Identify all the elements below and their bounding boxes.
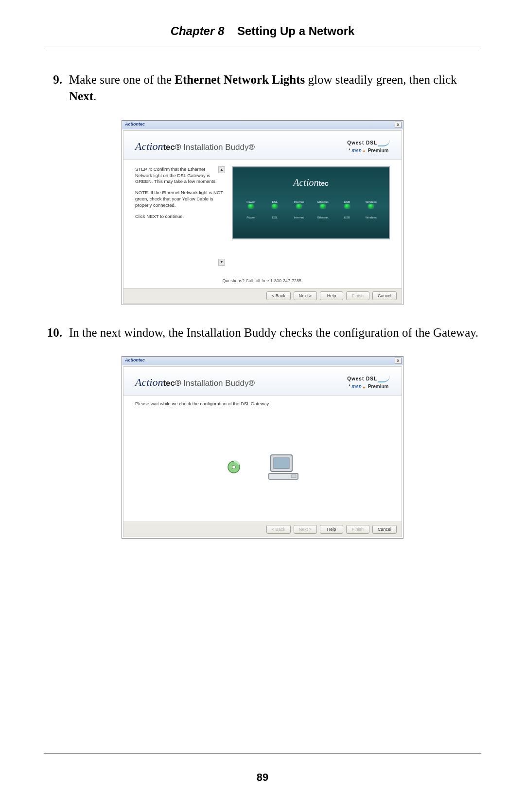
step-9-number: 9.	[44, 72, 69, 105]
actiontec-logo: Actiontec® Installation Buddy®	[135, 376, 255, 389]
step-9: 9. Make sure one of the Ethernet Network…	[44, 72, 481, 105]
gateway-device-image: Actiontec Power DSL Internet Ethernet US…	[232, 166, 390, 239]
cancel-button[interactable]: Cancel	[372, 525, 397, 534]
step-10-text: In the next window, the Installation Bud…	[69, 325, 481, 341]
svg-rect-5	[291, 475, 296, 478]
dialog-wait-text: Please wait while we check the configura…	[135, 401, 390, 412]
step-10: 10. In the next window, the Installation…	[44, 325, 481, 341]
dialog-header: Actiontec® Installation Buddy® Qwest DSL…	[123, 367, 402, 396]
installer-dialog-step4: Actiontec × Actiontec® Installation Budd…	[122, 120, 403, 305]
finish-button: Finish	[346, 291, 369, 300]
qwest-msn-logo: Qwest DSL * msn Premium	[347, 140, 390, 153]
led-usb	[345, 204, 350, 208]
led-internet	[297, 204, 301, 208]
led-dsl	[272, 204, 277, 208]
next-button[interactable]: Next >	[294, 291, 317, 300]
led-power	[248, 204, 253, 208]
msn-butterfly-icon	[362, 148, 367, 153]
dialog-titlebar: Actiontec ×	[122, 121, 403, 129]
qwest-swoosh-icon	[378, 140, 390, 146]
cd-spinner-icon	[227, 460, 241, 474]
chapter-header: Chapter 8 Setting Up a Network	[44, 24, 481, 47]
close-icon[interactable]: ×	[395, 122, 402, 128]
led-ethernet	[320, 204, 325, 208]
step-9-text: Make sure one of the Ethernet Network Li…	[69, 72, 481, 105]
dialog-button-row: < Back Next > Help Finish Cancel	[123, 522, 402, 537]
next-button: Next >	[294, 525, 317, 534]
actiontec-logo: Actiontec® Installation Buddy®	[135, 140, 255, 153]
dialog-instructions: ▲ STEP 4: Confirm that the Ethernet Netw…	[135, 166, 225, 266]
qwest-msn-logo: Qwest DSL * msn Premium	[347, 376, 390, 389]
dialog-header: Actiontec® Installation Buddy® Qwest DSL…	[123, 131, 402, 160]
back-button[interactable]: < Back	[266, 291, 291, 300]
device-lights-row: Power DSL Internet Ethernet USB Wireless	[239, 200, 383, 209]
scroll-up-icon[interactable]: ▲	[218, 166, 225, 173]
svg-point-1	[232, 466, 235, 469]
dialog-button-row: < Back Next > Help Finish Cancel	[123, 288, 402, 303]
qwest-swoosh-icon	[378, 376, 390, 382]
chapter-label: Chapter 8	[171, 24, 225, 37]
cancel-button[interactable]: Cancel	[372, 291, 397, 300]
installer-dialog-checking: Actiontec × Actiontec® Installation Budd…	[122, 356, 403, 539]
finish-button: Finish	[346, 525, 369, 534]
step-10-number: 10.	[44, 325, 69, 341]
close-icon[interactable]: ×	[395, 358, 402, 364]
back-button: < Back	[266, 525, 291, 534]
msn-butterfly-icon	[362, 385, 367, 390]
svg-rect-3	[274, 458, 289, 469]
device-labels-row: Power DSL Internet Ethernet USB Wireless	[239, 216, 383, 219]
chapter-title: Setting Up a Network	[237, 24, 354, 37]
questions-footer: Questions? Call toll-free 1-800-247-7285…	[123, 271, 402, 288]
led-wireless	[368, 204, 373, 208]
checking-graphic	[135, 418, 390, 516]
help-button[interactable]: Help	[320, 291, 343, 300]
dialog-titlebar: Actiontec ×	[122, 357, 403, 365]
scroll-down-icon[interactable]: ▼	[218, 259, 225, 266]
help-button[interactable]: Help	[320, 525, 343, 534]
page-number: 89	[44, 753, 481, 784]
computer-icon	[268, 453, 299, 481]
